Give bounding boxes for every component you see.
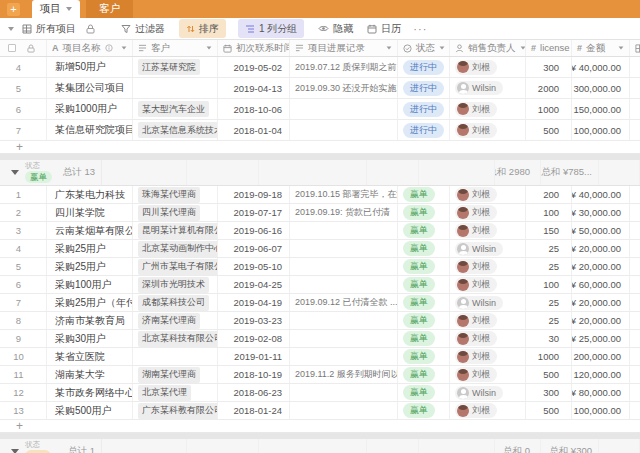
amount-cell[interactable]: ¥ 25,000.00 (572, 330, 630, 347)
amount-cell[interactable]: ¥ 20,000.00 (572, 240, 630, 257)
column-header-amount[interactable]: # 金额 (572, 40, 630, 56)
first-contact-date-cell[interactable]: 2019-02-08 (218, 330, 290, 347)
progress-record-cell[interactable]: 2019.11.2 服务到期时间以... (290, 366, 398, 383)
license-count-cell[interactable]: 30 (526, 330, 572, 347)
extra-cell[interactable] (630, 402, 640, 419)
license-count-cell[interactable]: 500 (526, 402, 572, 419)
project-name-cell[interactable]: 采购30用户 (47, 330, 133, 347)
add-row[interactable]: + (0, 141, 640, 154)
info-icon[interactable] (105, 44, 113, 52)
amount-cell[interactable]: ¥ 50,000.00 (572, 222, 630, 239)
column-header-sales[interactable]: 销售负责人 (450, 40, 526, 56)
sales-owner-cell[interactable]: 刘根 (450, 204, 526, 221)
customer-cell[interactable]: 济南某代理商 (133, 312, 218, 329)
sales-owner-cell[interactable]: 刘根 (450, 222, 526, 239)
column-header-extra[interactable] (630, 40, 640, 56)
chevron-down-icon[interactable] (122, 46, 127, 49)
amount-cell[interactable]: ¥ 100,000.00 (572, 120, 630, 140)
status-cell[interactable]: 赢单 (398, 312, 450, 329)
license-count-cell[interactable]: 100 (526, 204, 572, 221)
first-contact-date-cell[interactable]: 2019-03-23 (218, 312, 290, 329)
project-name-cell[interactable]: 采购1000用户 (47, 99, 133, 119)
extra-cell[interactable] (630, 120, 640, 140)
progress-record-cell[interactable] (290, 99, 398, 119)
amount-cell[interactable]: ¥ 20,000.00 (572, 312, 630, 329)
status-cell[interactable]: 赢单 (398, 186, 450, 203)
license-count-cell[interactable]: 100 (526, 276, 572, 293)
sales-owner-cell[interactable]: Wilsin (450, 384, 526, 401)
collapse-triangle-icon[interactable] (11, 170, 19, 175)
progress-record-cell[interactable] (290, 330, 398, 347)
license-count-cell[interactable]: 500 (526, 366, 572, 383)
progress-record-cell[interactable] (290, 348, 398, 365)
sales-owner-cell[interactable]: 刘根 (450, 330, 526, 347)
status-cell[interactable]: 赢单 (398, 330, 450, 347)
first-contact-date-cell[interactable]: 2018-01-04 (218, 120, 290, 140)
column-header-license[interactable]: # license 数 (526, 40, 572, 56)
row-number-cell[interactable]: 1 (0, 186, 47, 203)
project-name-cell[interactable]: 云南某烟草有限公司 (47, 222, 133, 239)
first-contact-date-cell[interactable]: 2019-09-18 (218, 186, 290, 203)
project-name-cell[interactable]: 采购25用户（年付） (47, 294, 133, 311)
row-number-cell[interactable]: 4 (0, 240, 47, 257)
extra-cell[interactable] (630, 366, 640, 383)
progress-record-cell[interactable]: 2019.09.19: 货款已付清 (290, 204, 398, 221)
customer-cell[interactable]: 成都某科技公司 (133, 294, 218, 311)
first-contact-date-cell[interactable]: 2019-04-13 (218, 78, 290, 98)
project-name-cell[interactable]: 采购25用户 (47, 240, 133, 257)
status-cell[interactable]: 进行中 (398, 120, 450, 140)
extra-cell[interactable] (630, 99, 640, 119)
tab-project[interactable]: 项目 (32, 0, 80, 18)
first-contact-date-cell[interactable]: 2019-06-16 (218, 222, 290, 239)
customer-cell[interactable]: 某大型汽车企业 (133, 99, 218, 119)
project-name-cell[interactable]: 湖南某大学 (47, 366, 133, 383)
hide-fields-button[interactable]: 隐藏 (318, 22, 353, 36)
row-number-cell[interactable]: 9 (0, 330, 47, 347)
column-header-date[interactable]: 初次联系时间 (218, 40, 290, 56)
progress-record-cell[interactable]: 2019.09.30 还没开始实施，... (290, 78, 398, 98)
project-name-cell[interactable]: 广东某电力科技 (47, 186, 133, 203)
amount-cell[interactable]: ¥ 200,000.00 (572, 348, 630, 365)
row-number-cell[interactable]: 8 (0, 312, 47, 329)
amount-cell[interactable]: ¥ 20,000.00 (572, 258, 630, 275)
app-icon[interactable]: + (7, 3, 20, 16)
customer-cell[interactable]: 北京某信息系统技术有限公司 (133, 120, 218, 140)
license-count-cell[interactable]: 500 (526, 120, 572, 140)
license-count-cell[interactable]: 25 (526, 258, 572, 275)
sales-owner-cell[interactable]: 刘根 (450, 120, 526, 140)
extra-cell[interactable] (630, 57, 640, 77)
license-count-cell[interactable]: 25 (526, 240, 572, 257)
status-cell[interactable]: 赢单 (398, 204, 450, 221)
status-cell[interactable]: 赢单 (398, 402, 450, 419)
row-number-cell[interactable]: 5 (0, 78, 47, 98)
customer-cell[interactable]: 广州市某电子有限公司 (133, 258, 218, 275)
customer-cell[interactable]: 北京某代理 (133, 384, 218, 401)
sales-owner-cell[interactable]: 刘根 (450, 276, 526, 293)
amount-cell[interactable]: ¥ 40,000.00 (572, 57, 630, 77)
license-count-cell[interactable]: 300 (526, 57, 572, 77)
license-count-cell[interactable]: 25 (526, 312, 572, 329)
project-name-cell[interactable]: 采购100用户 (47, 276, 133, 293)
customer-cell[interactable]: 北京某科技有限公司 (133, 330, 218, 347)
sort-button[interactable]: 排序 (179, 19, 226, 38)
license-count-cell[interactable]: 150 (526, 222, 572, 239)
project-name-cell[interactable]: 济南市某教育局 (47, 312, 133, 329)
project-name-cell[interactable]: 某市政务网络中心 (47, 384, 133, 401)
row-number-cell[interactable]: 12 (0, 384, 47, 401)
sales-owner-cell[interactable]: 刘根 (450, 348, 526, 365)
status-cell[interactable]: 赢单 (398, 348, 450, 365)
first-contact-date-cell[interactable]: 2018-06-23 (218, 384, 290, 401)
calendar-button[interactable]: 日历 (367, 22, 401, 36)
chevron-down-icon[interactable] (66, 7, 72, 11)
row-number-cell[interactable]: 7 (0, 294, 47, 311)
status-cell[interactable]: 赢单 (398, 222, 450, 239)
extra-cell[interactable] (630, 294, 640, 311)
status-cell[interactable]: 赢单 (398, 294, 450, 311)
first-contact-date-cell[interactable]: 2019-01-11 (218, 348, 290, 365)
customer-cell[interactable]: 珠海某代理商 (133, 186, 218, 203)
status-cell[interactable]: 赢单 (398, 276, 450, 293)
sales-owner-cell[interactable]: 刘根 (450, 99, 526, 119)
amount-cell[interactable]: ¥ 40,000.00 (572, 186, 630, 203)
first-contact-date-cell[interactable]: 2019-06-07 (218, 240, 290, 257)
select-all-checkbox[interactable] (8, 44, 16, 52)
